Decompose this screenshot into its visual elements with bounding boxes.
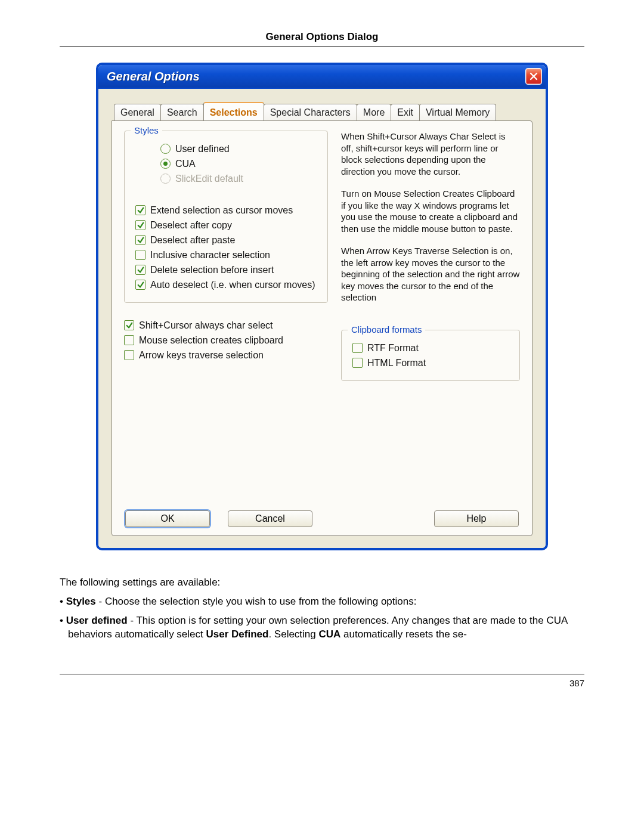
dialog-body: GeneralSearchSelectionsSpecial Character… — [98, 89, 546, 548]
radio-icon — [160, 174, 171, 184]
radio-icon — [160, 159, 171, 169]
checkbox-icon — [124, 320, 134, 330]
checkbox-icon — [124, 335, 134, 345]
checkbox-label: Inclusive character selection — [150, 250, 270, 261]
checkbox-label: RTF Format — [367, 343, 419, 354]
radio-icon — [160, 144, 171, 154]
tab-special-characters[interactable]: Special Characters — [264, 104, 357, 120]
tab-exit[interactable]: Exit — [391, 104, 420, 120]
tab-selections[interactable]: Selections — [203, 102, 264, 120]
checkbox-icon — [135, 280, 145, 290]
close-button[interactable] — [525, 68, 542, 85]
help-button[interactable]: Help — [434, 510, 519, 527]
tab-virtual-memory[interactable]: Virtual Memory — [419, 104, 496, 120]
help-paragraph-2: Turn on Mouse Selection Creates Clipboar… — [341, 188, 520, 234]
checkbox-icon — [352, 358, 363, 368]
checkbox-label: Mouse selection creates clipboard — [139, 335, 283, 346]
checkbox-label: Deselect after paste — [150, 235, 235, 246]
intro-line: The following settings are available: — [60, 575, 584, 590]
page-number: 387 — [569, 678, 584, 688]
help-paragraph-1: When Shift+Cursor Always Char Select is … — [341, 131, 520, 177]
checkbox-auto-deselect-i-e-when-cursor-moves-[interactable]: Auto deselect (i.e. when cursor moves) — [135, 279, 317, 290]
titlebar: General Options — [98, 65, 546, 89]
bullet-user-defined: User defined - This option is for settin… — [60, 614, 584, 642]
page-title: General Options Dialog — [60, 24, 584, 47]
tab-panel-selections: Styles User definedCUASlickEdit default … — [112, 120, 532, 536]
tab-more[interactable]: More — [357, 104, 391, 120]
tab-search[interactable]: Search — [160, 104, 204, 120]
checkbox-deselect-after-copy[interactable]: Deselect after copy — [135, 219, 317, 231]
clipboard-formats-group: Clipboard formats RTF FormatHTML Format — [341, 330, 520, 381]
styles-group: Styles User definedCUASlickEdit default … — [124, 131, 328, 303]
checkbox-icon — [135, 205, 145, 215]
radio-slickedit-default: SlickEdit default — [160, 173, 317, 184]
checkbox-inclusive-character-selection[interactable]: Inclusive character selection — [135, 249, 317, 261]
checkbox-icon — [135, 235, 145, 245]
help-paragraph-3: When Arrow Keys Traverse Selection is on… — [341, 245, 520, 304]
checkbox-label: Arrow keys traverse selection — [139, 350, 264, 361]
checkbox-mouse-selection-creates-clipboard[interactable]: Mouse selection creates clipboard — [124, 335, 328, 346]
styles-legend: Styles — [131, 125, 162, 135]
radio-cua[interactable]: CUA — [160, 158, 317, 169]
checkbox-arrow-keys-traverse-selection[interactable]: Arrow keys traverse selection — [124, 349, 328, 361]
description-text: The following settings are available: St… — [60, 575, 584, 642]
checkbox-icon — [135, 265, 145, 275]
general-options-dialog: General Options GeneralSearchSelectionsS… — [96, 63, 548, 550]
close-icon — [530, 72, 538, 80]
clipboard-formats-legend: Clipboard formats — [348, 324, 425, 335]
checkbox-label: Auto deselect (i.e. when cursor moves) — [150, 280, 315, 290]
checkbox-html-format[interactable]: HTML Format — [352, 357, 509, 368]
tabstrip: GeneralSearchSelectionsSpecial Character… — [114, 102, 532, 120]
checkbox-icon — [135, 250, 145, 260]
bullet-styles: Styles - Choose the selection style you … — [60, 594, 584, 609]
checkbox-icon — [135, 220, 145, 230]
checkbox-icon — [352, 343, 363, 353]
checkbox-icon — [124, 350, 134, 360]
ok-button[interactable]: OK — [125, 510, 210, 527]
cancel-button[interactable]: Cancel — [228, 510, 312, 527]
checkbox-rtf-format[interactable]: RTF Format — [352, 342, 509, 354]
radio-label: User defined — [175, 144, 230, 154]
checkbox-label: Deselect after copy — [150, 220, 232, 231]
checkbox-label: Shift+Cursor always char select — [139, 320, 273, 331]
checkbox-deselect-after-paste[interactable]: Deselect after paste — [135, 234, 317, 246]
checkbox-delete-selection-before-insert[interactable]: Delete selection before insert — [135, 264, 317, 275]
radio-label: CUA — [175, 159, 196, 169]
checkbox-label: Delete selection before insert — [150, 265, 274, 275]
checkbox-label: HTML Format — [367, 358, 426, 368]
checkbox-extend-selection-as-cursor-moves[interactable]: Extend selection as cursor moves — [135, 205, 317, 216]
window-title: General Options — [107, 70, 200, 83]
radio-label: SlickEdit default — [175, 174, 243, 184]
checkbox-label: Extend selection as cursor moves — [150, 205, 293, 216]
tab-general[interactable]: General — [114, 104, 161, 120]
checkbox-shift-cursor-always-char-select[interactable]: Shift+Cursor always char select — [124, 320, 328, 331]
radio-user-defined[interactable]: User defined — [160, 143, 317, 154]
page-footer: 387 — [60, 674, 584, 688]
